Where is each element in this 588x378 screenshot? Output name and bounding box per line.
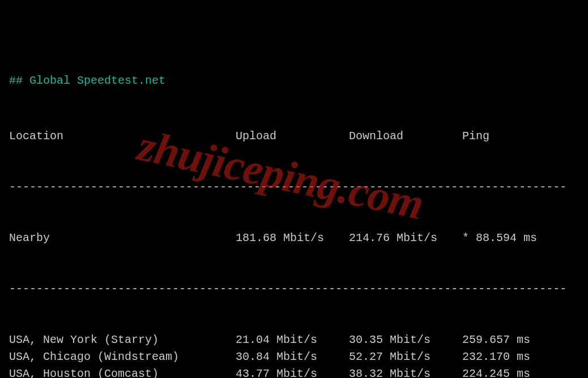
cell-download: 52.27 Mbit/s bbox=[349, 349, 462, 366]
cell-ping: 224.245 ms bbox=[462, 366, 564, 378]
header-row: Location Upload Download Ping bbox=[9, 128, 579, 145]
cell-upload: 43.77 Mbit/s bbox=[236, 366, 349, 378]
cell-upload: 181.68 Mbit/s bbox=[236, 230, 349, 247]
cell-upload: 21.04 Mbit/s bbox=[236, 332, 349, 349]
cell-location: USA, Chicago (Windstream) bbox=[9, 349, 236, 366]
cell-download: 30.35 Mbit/s bbox=[349, 332, 462, 349]
divider: ----------------------------------------… bbox=[9, 281, 579, 298]
col-header-location: Location bbox=[9, 128, 236, 145]
cell-ping: * 88.594 ms bbox=[462, 230, 564, 247]
cell-download: 214.76 Mbit/s bbox=[349, 230, 462, 247]
cell-upload: 30.84 Mbit/s bbox=[236, 349, 349, 366]
cell-ping: 232.170 ms bbox=[462, 349, 564, 366]
cell-location: USA, New York (Starry) bbox=[9, 332, 236, 349]
results-list: USA, New York (Starry)21.04 Mbit/s30.35 … bbox=[9, 332, 579, 378]
cell-download: 38.32 Mbit/s bbox=[349, 366, 462, 378]
divider: ----------------------------------------… bbox=[9, 179, 579, 196]
nearby-row: Nearby 181.68 Mbit/s 214.76 Mbit/s * 88.… bbox=[9, 230, 579, 247]
table-row: USA, Houston (Comcast)43.77 Mbit/s38.32 … bbox=[9, 366, 579, 378]
cell-location: Nearby bbox=[9, 230, 236, 247]
col-header-ping: Ping bbox=[462, 128, 564, 145]
table-row: USA, Chicago (Windstream)30.84 Mbit/s52.… bbox=[9, 349, 579, 366]
col-header-download: Download bbox=[349, 128, 462, 145]
cell-location: USA, Houston (Comcast) bbox=[9, 366, 236, 378]
col-header-upload: Upload bbox=[236, 128, 349, 145]
table-row: USA, New York (Starry)21.04 Mbit/s30.35 … bbox=[9, 332, 579, 349]
terminal-title: ## Global Speedtest.net bbox=[9, 72, 579, 89]
cell-ping: 259.657 ms bbox=[462, 332, 564, 349]
